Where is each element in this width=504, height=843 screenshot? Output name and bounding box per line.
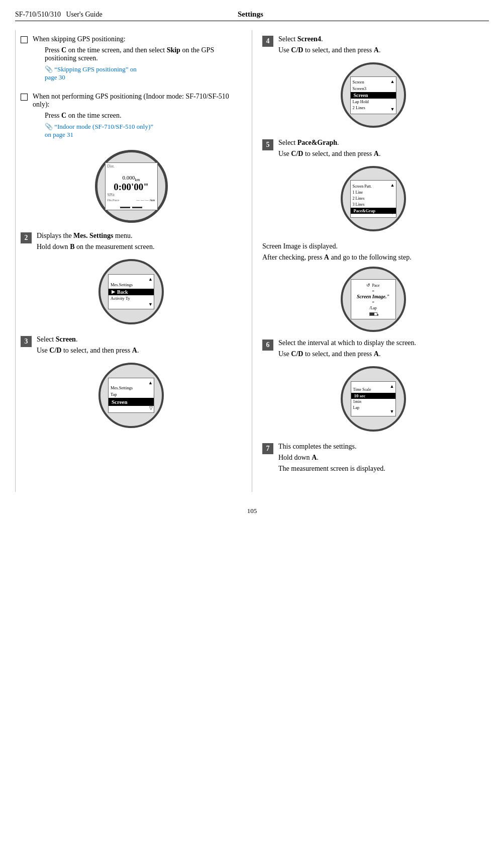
gps-indoor-title: When not performing GPS positioning (Ind…	[33, 93, 242, 109]
step-6-title: Select the interval at which to display …	[278, 339, 484, 347]
step-7-number: 7	[262, 443, 273, 454]
step-4-title: Select Screen4.	[278, 35, 484, 43]
step-5-number: 5	[262, 139, 273, 150]
bullet-gps-skip: When skipping GPS positioning: Press C o…	[21, 35, 242, 88]
ts-line2: 10 sec	[351, 393, 395, 399]
arrow-down-ts: ▼	[390, 409, 394, 414]
pace-label: Hn.Pace	[108, 198, 120, 202]
s4-line2: Screen3	[351, 86, 396, 92]
arrow-up-mes: ▲	[148, 277, 153, 282]
arrow-down-pg: ▼	[390, 210, 395, 215]
step-5-title: Select Pace&Graph.	[278, 139, 484, 147]
header-left: SF-710/510/310 User's Guide	[15, 11, 103, 19]
pg-line2: 1 Line	[351, 190, 396, 196]
gps-skip-title: When skipping GPS positioning:	[33, 35, 242, 43]
page-title: Settings	[103, 10, 398, 19]
screen-image-title: Screen Image is displayed.	[262, 242, 484, 250]
screen-sel-line1: Mes.Settings	[109, 385, 154, 392]
step-7-body: Hold down A.	[278, 454, 484, 462]
step-3-number: 3	[21, 336, 32, 347]
screen-select-watch: Mes.Settings Tap Screen ▲ ▽	[98, 363, 164, 428]
step-2-block: 2 Displays the Mes. Settings menu. Hold …	[21, 232, 242, 324]
time-scale-watch-container: Time Scale 10 sec 1min Lap ▲ ▼	[262, 366, 484, 432]
mes-line2: ▶ Back	[109, 289, 154, 295]
step-4-body: Use C/D to select, and then press A.	[278, 46, 484, 54]
screen-sel-line3: Screen	[109, 398, 154, 406]
left-column: When skipping GPS positioning: Press C o…	[16, 30, 252, 492]
ts-line1: Time Scale	[351, 387, 395, 393]
step-7-extra: The measurement screen is displayed.	[278, 465, 484, 473]
split-label: SPlit	[108, 193, 115, 197]
s4-line5: 2 Lines	[351, 105, 396, 111]
ts-line3: 1min	[351, 399, 395, 405]
step-3-title: Select Screen.	[37, 335, 242, 344]
time-value: 0:00'00"	[114, 182, 149, 193]
screen-image-body: After checking, press A and go to the fo…	[262, 254, 484, 262]
step-6-number: 6	[262, 340, 273, 351]
mes-settings-watch: Mes.Settings ▶ Back Activity Ty ▲ ▼	[98, 259, 164, 324]
checkbox-gps-indoor	[21, 94, 28, 101]
step-7-block: 7 This completes the settings. Hold down…	[262, 443, 484, 476]
arrow-up-s4: ▲	[390, 79, 395, 84]
screen-image-block: Screen Image is displayed. After checkin…	[262, 242, 484, 332]
si-line1: ↺ Pace	[366, 283, 379, 288]
checkbox-gps-skip	[21, 36, 28, 43]
pg-line1: Screen Patt.	[351, 184, 396, 190]
gps-skip-link[interactable]: 📎 “Skipping GPS positioning” onpage 30	[45, 65, 242, 81]
pg-line3: 2 Lines	[351, 196, 396, 202]
step-2-title: Displays the Mes. Settings menu.	[37, 232, 242, 240]
step-3-body: Use C/D to select, and then press A.	[37, 347, 242, 355]
pg-line5: Pace&Grap	[351, 208, 396, 214]
gps-skip-detail: Press C on the time screen, and then sel…	[45, 46, 242, 62]
page-number: 105	[247, 507, 257, 515]
arrow-down-s4: ▼	[390, 107, 395, 112]
dist-value: 0.000km	[123, 175, 140, 182]
si-line2: ≡ Screen Image." ≡	[357, 289, 389, 304]
time-scale-watch: Time Scale 10 sec 1min Lap ▲ ▼	[341, 366, 406, 432]
s4-line4: Lap Hold	[351, 99, 396, 105]
step-3-block: 3 Select Screen. Use C/D to select, and …	[21, 335, 242, 428]
bullet-gps-indoor: When not performing GPS positioning (Ind…	[21, 93, 242, 145]
mes-line1: Mes.Settings	[109, 282, 154, 289]
step-2-body: Hold down B on the measurement screen.	[37, 243, 242, 251]
header: SF-710/510/310 User's Guide Settings	[15, 10, 489, 21]
screen-image-watch-container: ↺ Pace ≡ Screen Image." ≡ /Lap	[262, 267, 484, 332]
screen4-watch: Screen Screen3 Screen Lap Hold 2 Lines ▲…	[341, 62, 406, 128]
pace-value: — — — /km	[136, 198, 155, 202]
right-column: 4 Select Screen4. Use C/D to select, and…	[252, 30, 489, 492]
s4-line1: Screen	[351, 79, 396, 86]
dist-label: Dist.	[108, 164, 115, 168]
step-2-number: 2	[21, 232, 32, 243]
pg-line4: 3 Lines	[351, 202, 396, 208]
gps-indoor-detail: Press C on the time screen.	[45, 112, 242, 120]
si-battery	[369, 312, 377, 316]
arrow-up-screen: ▲	[148, 380, 153, 385]
arrow-up-pg: ▲	[390, 183, 395, 188]
arrow-down-screen: ▽	[149, 405, 153, 410]
screen-select-watch-container: Mes.Settings Tap Screen ▲ ▽	[21, 363, 242, 428]
pace-graph-watch-container: Screen Patt. 1 Line 2 Lines 3 Lines Pace…	[262, 166, 484, 231]
mes-settings-watch-container: Mes.Settings ▶ Back Activity Ty ▲ ▼	[21, 259, 242, 324]
dist-watch-container: Dist. 0.000km 0:00'00" SPlit Hn.Pace — —…	[21, 150, 242, 223]
arrow-down-mes: ▼	[148, 302, 153, 307]
step-4-block: 4 Select Screen4. Use C/D to select, and…	[262, 35, 484, 128]
dist-watch: Dist. 0.000km 0:00'00" SPlit Hn.Pace — —…	[95, 150, 168, 223]
gps-indoor-link[interactable]: 📎 “Indoor mode (SF-710/SF-510 only)”on p…	[45, 123, 242, 139]
step-4-number: 4	[262, 36, 273, 47]
screen-sel-line2: Tap	[109, 392, 154, 398]
step-7-title: This completes the settings.	[278, 443, 484, 451]
s4-line3: Screen	[351, 92, 396, 99]
si-line3: /Lap	[369, 306, 377, 310]
pace-graph-watch: Screen Patt. 1 Line 2 Lines 3 Lines Pace…	[341, 166, 406, 231]
step-6-body: Use C/D to select, and then press A.	[278, 350, 484, 358]
step-6-block: 6 Select the interval at which to displa…	[262, 339, 484, 432]
step-5-body: Use C/D to select, and then press A.	[278, 150, 484, 158]
ts-line4: Lap	[351, 405, 395, 411]
step-5-block: 5 Select Pace&Graph. Use C/D to select, …	[262, 139, 484, 231]
page-footer: 105	[15, 507, 489, 515]
screen4-watch-container: Screen Screen3 Screen Lap Hold 2 Lines ▲…	[262, 62, 484, 128]
arrow-up-ts: ▲	[390, 384, 394, 389]
screen-image-watch: ↺ Pace ≡ Screen Image." ≡ /Lap	[341, 267, 406, 332]
mes-line3: Activity Ty	[109, 295, 154, 302]
